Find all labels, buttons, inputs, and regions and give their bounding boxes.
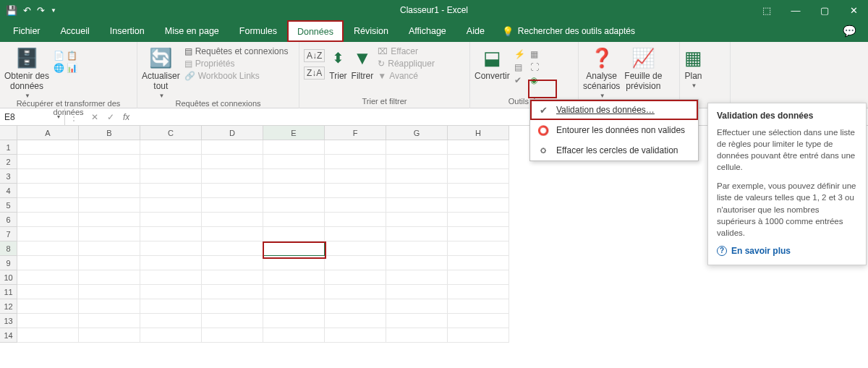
- from-text-icon[interactable]: 📄 📋: [54, 51, 77, 61]
- cell[interactable]: [386, 285, 448, 299]
- maximize-icon[interactable]: ▢: [810, 0, 839, 20]
- cell[interactable]: [140, 314, 202, 328]
- cell[interactable]: [263, 270, 325, 285]
- cell[interactable]: [202, 241, 263, 256]
- cell[interactable]: [17, 285, 79, 299]
- consolidate-icon[interactable]: ▦: [530, 49, 543, 59]
- cell[interactable]: [79, 169, 140, 184]
- column-header[interactable]: H: [448, 126, 509, 140]
- data-validation-icon[interactable]: ✔: [514, 75, 527, 85]
- get-data-button[interactable]: 🗄️ Obtenir des données ▼: [4, 46, 49, 99]
- from-web-icon[interactable]: 🌐 📊: [54, 63, 77, 73]
- row-header[interactable]: 2: [0, 155, 17, 169]
- cell[interactable]: [140, 241, 202, 256]
- cell[interactable]: [448, 299, 509, 314]
- column-header[interactable]: F: [325, 126, 386, 140]
- undo-icon[interactable]: ↶: [23, 5, 31, 16]
- cell[interactable]: [79, 213, 140, 227]
- cell[interactable]: [17, 155, 79, 169]
- cell[interactable]: [386, 169, 448, 184]
- menu-item-circle-invalid[interactable]: ⭕ Entourer les données non valides: [530, 120, 698, 140]
- cell[interactable]: [263, 140, 325, 155]
- cell[interactable]: [202, 198, 263, 213]
- redo-icon[interactable]: ↷: [37, 5, 45, 16]
- qat-customize-icon[interactable]: ▼: [51, 7, 56, 14]
- column-header[interactable]: G: [386, 126, 448, 140]
- sort-desc-icon[interactable]: Z↓A: [304, 67, 325, 80]
- name-box[interactable]: E8 ▾: [0, 108, 65, 125]
- what-if-analysis-button[interactable]: ❓ Analyse scénarios ▼: [583, 46, 620, 99]
- cell[interactable]: [140, 213, 202, 227]
- ribbon-display-options-icon[interactable]: ⬚: [752, 0, 781, 20]
- cell[interactable]: [17, 270, 79, 285]
- enter-formula-icon[interactable]: ✓: [107, 112, 114, 122]
- cell[interactable]: [325, 155, 386, 169]
- cell[interactable]: [448, 241, 509, 256]
- cell[interactable]: [140, 285, 202, 299]
- cell[interactable]: [448, 169, 509, 184]
- cell[interactable]: [17, 227, 79, 241]
- cell[interactable]: [263, 198, 325, 213]
- cell[interactable]: [325, 241, 386, 256]
- cell[interactable]: [202, 299, 263, 314]
- forecast-sheet-button[interactable]: 📈 Feuille de prévision: [624, 46, 662, 91]
- cell[interactable]: [263, 169, 325, 184]
- cell[interactable]: [202, 314, 263, 328]
- refresh-all-button[interactable]: 🔄 Actualiser tout ▼: [142, 46, 180, 99]
- cell[interactable]: [263, 241, 325, 256]
- cell[interactable]: [140, 169, 202, 184]
- row-header[interactable]: 12: [0, 299, 17, 314]
- cell[interactable]: [325, 169, 386, 184]
- cell[interactable]: [263, 314, 325, 328]
- cell[interactable]: [79, 285, 140, 299]
- cell[interactable]: [448, 140, 509, 155]
- cell[interactable]: [325, 140, 386, 155]
- row-header[interactable]: 7: [0, 227, 17, 241]
- save-icon[interactable]: 💾: [6, 5, 17, 16]
- cell[interactable]: [79, 299, 140, 314]
- tab-donnees[interactable]: Données: [287, 20, 344, 42]
- tab-aide[interactable]: Aide: [456, 20, 495, 42]
- cell[interactable]: [202, 227, 263, 241]
- cell[interactable]: [386, 299, 448, 314]
- cell[interactable]: [386, 140, 448, 155]
- outline-button[interactable]: ▦ Plan ▼: [684, 46, 702, 89]
- select-all-corner[interactable]: [0, 126, 17, 140]
- menu-item-data-validation[interactable]: ✔ Validation des données…: [530, 100, 698, 120]
- cell[interactable]: [263, 184, 325, 198]
- cell[interactable]: [202, 285, 263, 299]
- row-header[interactable]: 3: [0, 169, 17, 184]
- reapply-button[interactable]: ↻Réappliquer: [378, 59, 435, 69]
- cell[interactable]: [325, 184, 386, 198]
- cell[interactable]: [448, 155, 509, 169]
- cell[interactable]: [325, 328, 386, 343]
- row-header[interactable]: 11: [0, 285, 17, 299]
- row-header[interactable]: 6: [0, 213, 17, 227]
- cell[interactable]: [140, 155, 202, 169]
- cell[interactable]: [448, 198, 509, 213]
- properties-button[interactable]: ▤Propriétés: [184, 59, 289, 69]
- cell[interactable]: [17, 314, 79, 328]
- cell[interactable]: [79, 256, 140, 270]
- cell[interactable]: [79, 314, 140, 328]
- row-header[interactable]: 5: [0, 198, 17, 213]
- cell[interactable]: [448, 285, 509, 299]
- cell[interactable]: [79, 184, 140, 198]
- cell[interactable]: [79, 227, 140, 241]
- tell-me-search[interactable]: 💡 Rechercher des outils adaptés: [502, 26, 635, 37]
- row-header[interactable]: 1: [0, 140, 17, 155]
- cell[interactable]: [386, 314, 448, 328]
- cell[interactable]: [386, 198, 448, 213]
- row-header[interactable]: 10: [0, 270, 17, 285]
- cancel-formula-icon[interactable]: ✕: [91, 112, 98, 122]
- cell[interactable]: [202, 270, 263, 285]
- column-header[interactable]: A: [17, 126, 79, 140]
- row-header[interactable]: 13: [0, 314, 17, 328]
- cell[interactable]: [202, 256, 263, 270]
- cell[interactable]: [263, 213, 325, 227]
- cell[interactable]: [79, 155, 140, 169]
- cell[interactable]: [325, 213, 386, 227]
- cell[interactable]: [17, 198, 79, 213]
- row-header[interactable]: 4: [0, 184, 17, 198]
- column-header[interactable]: C: [140, 126, 202, 140]
